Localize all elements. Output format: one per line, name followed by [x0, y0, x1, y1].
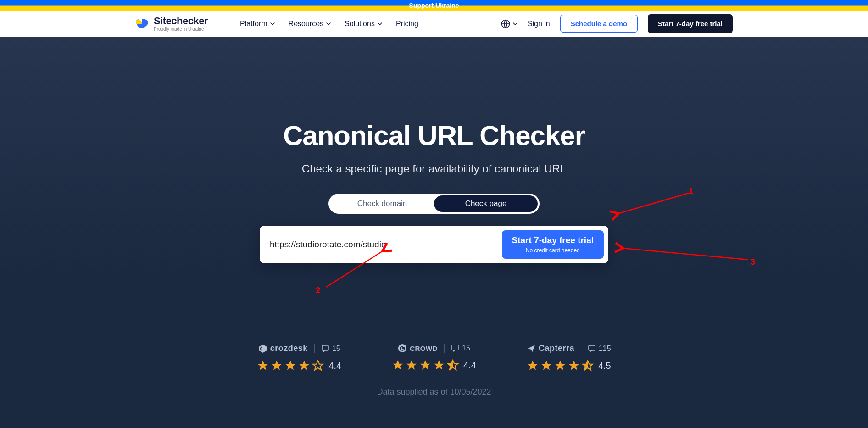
brand-tagline: Proudly made in Ukraine: [154, 27, 208, 32]
toggle-check-page[interactable]: Check page: [434, 195, 538, 212]
annotation-label-2: 2: [316, 286, 320, 295]
star-icon: [271, 360, 283, 372]
g-icon: [398, 344, 407, 353]
cta-sub: No credit card needed: [512, 247, 594, 255]
star-icon: [284, 360, 296, 372]
annotation-arrow-1: [608, 191, 700, 220]
heart-icon: [135, 19, 149, 29]
chat-icon: [588, 345, 596, 353]
capterra-logo: Capterra: [527, 344, 574, 353]
crowd-name: CROWD: [410, 345, 438, 352]
hexagon-icon: [258, 344, 267, 353]
nav-resources[interactable]: Resources: [289, 20, 331, 28]
star-icon: [257, 360, 269, 372]
crowd-score: 4.4: [463, 360, 476, 371]
data-supplied-footnote: Data supplied as of 10/05/2022: [159, 387, 709, 397]
start-trial-cta[interactable]: Start 7-day free trial No credit card ne…: [502, 230, 604, 259]
logo[interactable]: Sitechecker Proudly made in Ukraine: [135, 16, 208, 32]
star-icon: [527, 360, 539, 372]
reviews-count: 15: [321, 345, 340, 353]
banner-text: Support Ukraine: [409, 2, 459, 9]
svg-rect-4: [322, 345, 328, 350]
chat-icon: [321, 345, 329, 353]
crozdesk-logo: crozdesk: [258, 344, 308, 353]
nav-pricing[interactable]: Pricing: [396, 20, 418, 28]
rating-crowd: CROWD 15 4.4: [392, 344, 476, 372]
nav-resources-label: Resources: [289, 20, 323, 28]
stars-crowd: 4.4: [392, 359, 476, 371]
signin-link[interactable]: Sign in: [528, 20, 550, 28]
globe-icon: [501, 19, 510, 28]
annotation-label-1: 1: [689, 186, 693, 196]
crozdesk-name: crozdesk: [270, 344, 308, 353]
reviews-count: 115: [588, 345, 611, 353]
svg-line-3: [622, 248, 748, 260]
ratings-row: crozdesk 15 4.4: [159, 344, 709, 372]
main-nav: Platform Resources Solutions Pricing: [240, 20, 418, 28]
chat-icon: [451, 344, 459, 352]
star-icon: [433, 359, 445, 371]
main-header: Sitechecker Proudly made in Ukraine Plat…: [0, 11, 868, 37]
nav-platform[interactable]: Platform: [240, 20, 275, 28]
start-trial-button[interactable]: Start 7-day free trial: [648, 14, 733, 33]
star-icon: [406, 359, 417, 371]
chevron-down-icon: [270, 22, 275, 25]
star-icon: [298, 360, 310, 372]
stars-crozdesk: 4.4: [257, 360, 341, 372]
stars-capterra: 4.5: [527, 360, 611, 372]
chevron-down-icon: [378, 22, 382, 25]
reviews-count: 15: [451, 344, 470, 352]
nav-solutions[interactable]: Solutions: [345, 20, 382, 28]
annotation-arrow-3: [615, 244, 762, 268]
star-half-icon: [582, 360, 594, 372]
toggle-check-domain[interactable]: Check domain: [330, 195, 434, 212]
annotation-label-3: 3: [751, 257, 755, 267]
url-input[interactable]: [270, 239, 495, 250]
nav-platform-label: Platform: [240, 20, 267, 28]
rating-crozdesk: crozdesk 15 4.4: [257, 344, 341, 372]
chevron-down-icon: [513, 22, 517, 25]
crowd-logo: CROWD: [398, 344, 438, 353]
cta-title: Start 7-day free trial: [512, 235, 594, 246]
rating-capterra: Capterra 115 4.5: [527, 344, 611, 372]
svg-rect-6: [452, 345, 458, 350]
page-subtitle: Check a specific page for availability o…: [159, 162, 709, 175]
language-selector[interactable]: [501, 19, 517, 28]
star-icon: [554, 360, 566, 372]
svg-rect-8: [589, 345, 595, 350]
star-icon: [540, 360, 552, 372]
star-outline-icon: [312, 360, 324, 372]
schedule-demo-button[interactable]: Schedule a demo: [560, 15, 638, 33]
chevron-down-icon: [326, 22, 331, 25]
support-ukraine-banner[interactable]: Support Ukraine: [0, 0, 868, 11]
mode-toggle: Check domain Check page: [328, 194, 540, 214]
nav-pricing-label: Pricing: [396, 20, 418, 28]
header-actions: Sign in Schedule a demo Start 7-day free…: [501, 14, 733, 33]
paper-plane-icon: [527, 344, 536, 353]
nav-solutions-label: Solutions: [345, 20, 375, 28]
capterra-name: Capterra: [539, 344, 574, 353]
capterra-reviews: 115: [599, 345, 611, 353]
svg-line-1: [618, 193, 689, 214]
divider: [581, 344, 581, 353]
star-icon: [392, 359, 404, 371]
divider: [444, 344, 445, 353]
capterra-score: 4.5: [598, 361, 611, 371]
star-icon: [568, 360, 580, 372]
hero-section: Canonical URL Checker Check a specific p…: [0, 37, 868, 428]
star-icon: [419, 359, 431, 371]
crozdesk-reviews: 15: [332, 345, 340, 353]
page-title: Canonical URL Checker: [159, 120, 709, 151]
crowd-reviews: 15: [462, 344, 470, 352]
brand-name: Sitechecker: [154, 16, 208, 26]
url-input-box: Start 7-day free trial No credit card ne…: [260, 226, 608, 263]
star-half-icon: [447, 359, 459, 371]
divider: [314, 344, 315, 353]
crozdesk-score: 4.4: [328, 361, 341, 371]
